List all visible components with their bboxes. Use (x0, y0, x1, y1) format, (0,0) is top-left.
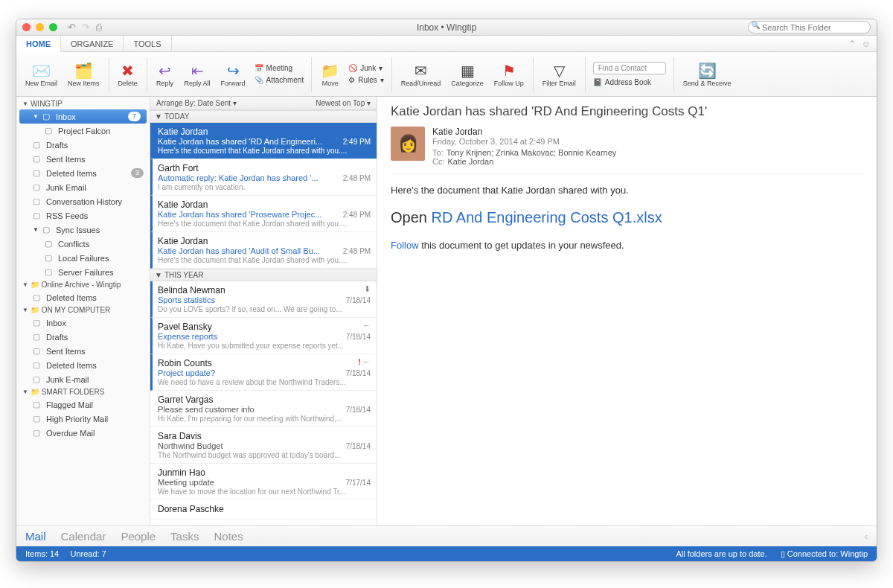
message-item[interactable]: Garth FortAutomatic reply: Katie Jordan … (150, 159, 377, 196)
undo-icon[interactable]: ↶ (68, 22, 76, 33)
folder-icon: ▢ (33, 332, 42, 342)
tab-home[interactable]: HOME (16, 36, 61, 52)
categorize-icon: ▦ (461, 61, 475, 80)
rules-button[interactable]: ⚙Rules ▾ (345, 74, 387, 86)
sidebar-item[interactable]: ▢Drafts (16, 138, 150, 152)
sidebar-item[interactable]: ▢Flagged Mail (16, 397, 150, 412)
message-item[interactable]: Katie JordanKatie Jordan has shared 'RD … (150, 123, 377, 159)
sidebar-item[interactable]: ▢Conflicts (16, 237, 150, 251)
new-items-button[interactable]: 🗂️New Items (63, 54, 104, 95)
reply-all-button[interactable]: ⇤Reply All (180, 54, 215, 95)
categorize-button[interactable]: ▦Categorize (446, 54, 488, 95)
sidebar-item[interactable]: ▢Deleted Items (16, 290, 150, 304)
body-intro: Here's the document that Katie Jordan sh… (391, 185, 863, 196)
junk-button[interactable]: 🚫Junk ▾ (345, 63, 387, 74)
message-item[interactable]: ⬇Belinda NewmanSports statistics7/18/14D… (150, 281, 377, 318)
search-wrap (748, 21, 871, 33)
to-recipients: Tony Krijnen; Zrinka Makovac; Bonnie Kea… (446, 148, 617, 157)
nav-people[interactable]: People (121, 530, 156, 543)
sidebar-item[interactable]: ▢Overdue Mail (16, 426, 150, 440)
nav-tasks[interactable]: Tasks (170, 530, 199, 543)
forward-icon: ↪ (227, 61, 240, 80)
sidebar-account-header[interactable]: ▼ 📁 SMART FOLDERS (16, 386, 150, 397)
flag-icon: ⚑ (502, 61, 516, 80)
tab-tools[interactable]: TOOLS (124, 36, 171, 51)
new-email-button[interactable]: ✉️New Email (21, 54, 62, 95)
reply-button[interactable]: ↩Reply (152, 54, 179, 95)
collapse-ribbon-icon[interactable]: ⌃ (848, 39, 856, 49)
message-item[interactable]: Dorena Paschke (150, 500, 377, 520)
nav-notes[interactable]: Notes (214, 530, 243, 543)
message-group-header[interactable]: ▼ TODAY (150, 110, 377, 123)
nav-mail[interactable]: Mail (25, 530, 46, 543)
sidebar-item[interactable]: ▢RSS Feeds (16, 208, 150, 223)
print-icon[interactable]: ⎙ (96, 22, 102, 33)
message-item[interactable]: ←Pavel BanskyExpense reports7/18/14Hi Ka… (150, 318, 377, 354)
sidebar-item[interactable]: ▢Deleted Items3 (16, 166, 150, 180)
folder-icon: ▢ (33, 168, 42, 178)
follow-link[interactable]: Follow (391, 240, 419, 251)
delete-button[interactable]: ✖Delete (114, 54, 142, 95)
delete-icon: ✖ (121, 61, 134, 80)
nav-calendar[interactable]: Calendar (61, 530, 106, 543)
message-item[interactable]: Katie JordanKatie Jordan has shared 'Aud… (150, 232, 377, 269)
sidebar-item[interactable]: ▢High Priority Mail (16, 412, 150, 426)
read-unread-button[interactable]: ✉Read/Unread (397, 54, 446, 95)
redo-icon[interactable]: ↷ (82, 22, 90, 33)
message-item[interactable]: Sara DavisNorthwind Budget7/18/14The Nor… (150, 427, 377, 464)
folder-icon: ▢ (33, 374, 42, 384)
item-count: Items: 14 Unread: 7 (25, 549, 106, 558)
sidebar-item[interactable]: ▢Drafts (16, 330, 150, 344)
sidebar-item[interactable]: ▢Sent Items (16, 344, 150, 358)
meeting-button[interactable]: 📅Meeting (252, 63, 307, 74)
open-document-link[interactable]: RD And Engineering Costs Q1.xlsx (431, 209, 662, 226)
folder-icon: ▢ (42, 225, 52, 234)
sidebar-account-header[interactable]: ▼ 📁 ON MY COMPUTER (16, 304, 150, 316)
attachment-button[interactable]: 📎Attachment (252, 74, 307, 86)
search-input[interactable] (748, 21, 871, 33)
sidebar-item[interactable]: ▢Local Failures (16, 251, 150, 265)
new-email-icon: ✉️ (32, 61, 51, 80)
sidebar-account-header[interactable]: ▼ 📁 Online Archive - Wingtip (16, 279, 150, 290)
zoom-window-button[interactable] (49, 23, 57, 31)
folder-icon: ▢ (33, 360, 42, 370)
emoji-icon[interactable]: ☺ (862, 39, 871, 49)
sidebar-item[interactable]: ▢Server Failures (16, 265, 150, 279)
window-controls (22, 23, 57, 31)
minimize-window-button[interactable] (36, 23, 44, 31)
sidebar-item[interactable]: ▢Inbox (16, 316, 150, 330)
sidebar-item[interactable]: ▼ ▢Sync Issues (16, 223, 150, 237)
arrange-bar[interactable]: Arrange By: Date Sent▾ Newest on Top ▾ (150, 97, 377, 110)
close-window-button[interactable] (22, 23, 31, 31)
status-bar: Items: 14 Unread: 7 All folders are up t… (16, 546, 877, 561)
find-contact-input[interactable]: Find a Contact (590, 60, 669, 76)
send-receive-icon: 🔄 (698, 61, 717, 80)
follow-up-button[interactable]: ⚑Follow Up (490, 54, 528, 95)
sidebar-account-header[interactable]: ▼ WINGTIP (16, 98, 150, 109)
sidebar-item[interactable]: ▢Junk Email (16, 180, 150, 194)
forward-button[interactable]: ↪Forward (217, 54, 250, 95)
message-item[interactable]: Junmin HaoMeeting update7/17/14We have t… (150, 464, 377, 500)
folder-icon: ▢ (45, 126, 54, 135)
folder-icon: ▢ (45, 239, 54, 249)
content-area: ▼ WINGTIP▼ ▢Inbox7▢Project Falcon▢Drafts… (16, 97, 877, 525)
message-item[interactable]: Katie JordanKatie Jordan has shared 'Pro… (150, 196, 377, 232)
send-receive-button[interactable]: 🔄Send & Receive (679, 54, 736, 95)
folder-icon: ▢ (45, 267, 54, 277)
nav-expand-icon[interactable]: ‹ (865, 531, 868, 542)
new-items-icon: 🗂️ (74, 61, 93, 80)
message-item[interactable]: Garret VargasPlease send customer info7/… (150, 391, 377, 427)
tab-organize[interactable]: ORGANIZE (61, 36, 124, 51)
nav-switcher: Mail Calendar People Tasks Notes ‹ (16, 525, 877, 546)
filter-email-button[interactable]: ▽Filter Email (538, 54, 580, 95)
sidebar-item[interactable]: ▢Project Falcon (16, 124, 150, 138)
sidebar-item[interactable]: ▢Conversation History (16, 194, 150, 208)
address-book-button[interactable]: 📓Address Book (590, 77, 669, 88)
sidebar-item[interactable]: ▼ ▢Inbox7 (19, 109, 147, 124)
message-group-header[interactable]: ▼ THIS YEAR (150, 269, 377, 281)
sidebar-item[interactable]: ▢Deleted Items (16, 358, 150, 372)
sidebar-item[interactable]: ▢Junk E-mail (16, 372, 150, 386)
move-button[interactable]: 📁Move (316, 54, 344, 95)
message-item[interactable]: !←Robin CountsProject update?7/18/14We n… (150, 354, 377, 391)
sidebar-item[interactable]: ▢Sent Items (16, 152, 150, 166)
